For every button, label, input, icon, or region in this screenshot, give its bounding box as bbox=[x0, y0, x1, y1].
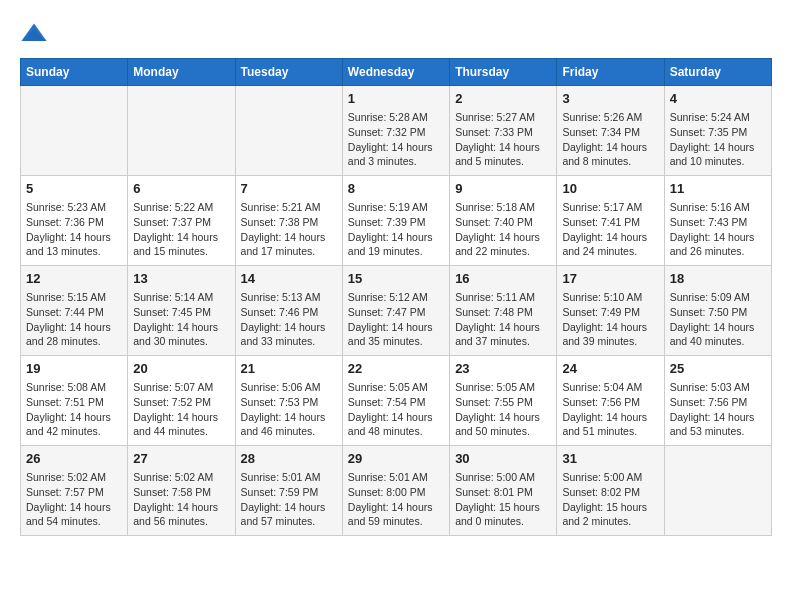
day-number: 28 bbox=[241, 450, 337, 468]
day-info: Sunrise: 5:01 AM Sunset: 8:00 PM Dayligh… bbox=[348, 470, 444, 529]
calendar-cell: 30Sunrise: 5:00 AM Sunset: 8:01 PM Dayli… bbox=[450, 446, 557, 536]
day-number: 6 bbox=[133, 180, 229, 198]
day-number: 24 bbox=[562, 360, 658, 378]
calendar-cell: 7Sunrise: 5:21 AM Sunset: 7:38 PM Daylig… bbox=[235, 176, 342, 266]
calendar-table: SundayMondayTuesdayWednesdayThursdayFrid… bbox=[20, 58, 772, 536]
day-info: Sunrise: 5:08 AM Sunset: 7:51 PM Dayligh… bbox=[26, 380, 122, 439]
day-info: Sunrise: 5:17 AM Sunset: 7:41 PM Dayligh… bbox=[562, 200, 658, 259]
calendar-cell: 25Sunrise: 5:03 AM Sunset: 7:56 PM Dayli… bbox=[664, 356, 771, 446]
calendar-cell bbox=[664, 446, 771, 536]
calendar-cell: 20Sunrise: 5:07 AM Sunset: 7:52 PM Dayli… bbox=[128, 356, 235, 446]
day-number: 14 bbox=[241, 270, 337, 288]
day-info: Sunrise: 5:26 AM Sunset: 7:34 PM Dayligh… bbox=[562, 110, 658, 169]
calendar-cell: 5Sunrise: 5:23 AM Sunset: 7:36 PM Daylig… bbox=[21, 176, 128, 266]
day-info: Sunrise: 5:19 AM Sunset: 7:39 PM Dayligh… bbox=[348, 200, 444, 259]
day-number: 1 bbox=[348, 90, 444, 108]
day-number: 23 bbox=[455, 360, 551, 378]
calendar-week-row: 12Sunrise: 5:15 AM Sunset: 7:44 PM Dayli… bbox=[21, 266, 772, 356]
weekday-header-sunday: Sunday bbox=[21, 59, 128, 86]
weekday-header-wednesday: Wednesday bbox=[342, 59, 449, 86]
calendar-cell: 3Sunrise: 5:26 AM Sunset: 7:34 PM Daylig… bbox=[557, 86, 664, 176]
day-info: Sunrise: 5:03 AM Sunset: 7:56 PM Dayligh… bbox=[670, 380, 766, 439]
calendar-cell: 14Sunrise: 5:13 AM Sunset: 7:46 PM Dayli… bbox=[235, 266, 342, 356]
day-info: Sunrise: 5:12 AM Sunset: 7:47 PM Dayligh… bbox=[348, 290, 444, 349]
day-number: 20 bbox=[133, 360, 229, 378]
weekday-header-thursday: Thursday bbox=[450, 59, 557, 86]
calendar-cell bbox=[235, 86, 342, 176]
day-number: 11 bbox=[670, 180, 766, 198]
calendar-week-row: 26Sunrise: 5:02 AM Sunset: 7:57 PM Dayli… bbox=[21, 446, 772, 536]
day-info: Sunrise: 5:27 AM Sunset: 7:33 PM Dayligh… bbox=[455, 110, 551, 169]
day-number: 12 bbox=[26, 270, 122, 288]
calendar-week-row: 5Sunrise: 5:23 AM Sunset: 7:36 PM Daylig… bbox=[21, 176, 772, 266]
day-info: Sunrise: 5:01 AM Sunset: 7:59 PM Dayligh… bbox=[241, 470, 337, 529]
day-number: 27 bbox=[133, 450, 229, 468]
day-number: 18 bbox=[670, 270, 766, 288]
day-number: 10 bbox=[562, 180, 658, 198]
calendar-cell: 8Sunrise: 5:19 AM Sunset: 7:39 PM Daylig… bbox=[342, 176, 449, 266]
day-info: Sunrise: 5:24 AM Sunset: 7:35 PM Dayligh… bbox=[670, 110, 766, 169]
weekday-header-friday: Friday bbox=[557, 59, 664, 86]
calendar-cell: 29Sunrise: 5:01 AM Sunset: 8:00 PM Dayli… bbox=[342, 446, 449, 536]
day-info: Sunrise: 5:09 AM Sunset: 7:50 PM Dayligh… bbox=[670, 290, 766, 349]
calendar-cell: 1Sunrise: 5:28 AM Sunset: 7:32 PM Daylig… bbox=[342, 86, 449, 176]
day-number: 29 bbox=[348, 450, 444, 468]
weekday-header-row: SundayMondayTuesdayWednesdayThursdayFrid… bbox=[21, 59, 772, 86]
day-info: Sunrise: 5:13 AM Sunset: 7:46 PM Dayligh… bbox=[241, 290, 337, 349]
day-number: 26 bbox=[26, 450, 122, 468]
calendar-cell: 19Sunrise: 5:08 AM Sunset: 7:51 PM Dayli… bbox=[21, 356, 128, 446]
day-number: 7 bbox=[241, 180, 337, 198]
day-number: 5 bbox=[26, 180, 122, 198]
calendar-week-row: 19Sunrise: 5:08 AM Sunset: 7:51 PM Dayli… bbox=[21, 356, 772, 446]
calendar-cell bbox=[21, 86, 128, 176]
day-info: Sunrise: 5:06 AM Sunset: 7:53 PM Dayligh… bbox=[241, 380, 337, 439]
calendar-cell: 16Sunrise: 5:11 AM Sunset: 7:48 PM Dayli… bbox=[450, 266, 557, 356]
day-number: 2 bbox=[455, 90, 551, 108]
day-info: Sunrise: 5:15 AM Sunset: 7:44 PM Dayligh… bbox=[26, 290, 122, 349]
day-number: 16 bbox=[455, 270, 551, 288]
calendar-cell: 6Sunrise: 5:22 AM Sunset: 7:37 PM Daylig… bbox=[128, 176, 235, 266]
calendar-cell: 27Sunrise: 5:02 AM Sunset: 7:58 PM Dayli… bbox=[128, 446, 235, 536]
day-info: Sunrise: 5:11 AM Sunset: 7:48 PM Dayligh… bbox=[455, 290, 551, 349]
calendar-cell: 12Sunrise: 5:15 AM Sunset: 7:44 PM Dayli… bbox=[21, 266, 128, 356]
calendar-cell: 17Sunrise: 5:10 AM Sunset: 7:49 PM Dayli… bbox=[557, 266, 664, 356]
page-header bbox=[20, 20, 772, 48]
calendar-cell: 15Sunrise: 5:12 AM Sunset: 7:47 PM Dayli… bbox=[342, 266, 449, 356]
weekday-header-tuesday: Tuesday bbox=[235, 59, 342, 86]
day-number: 17 bbox=[562, 270, 658, 288]
calendar-cell: 28Sunrise: 5:01 AM Sunset: 7:59 PM Dayli… bbox=[235, 446, 342, 536]
day-info: Sunrise: 5:21 AM Sunset: 7:38 PM Dayligh… bbox=[241, 200, 337, 259]
day-number: 19 bbox=[26, 360, 122, 378]
day-number: 31 bbox=[562, 450, 658, 468]
calendar-cell: 13Sunrise: 5:14 AM Sunset: 7:45 PM Dayli… bbox=[128, 266, 235, 356]
calendar-cell: 24Sunrise: 5:04 AM Sunset: 7:56 PM Dayli… bbox=[557, 356, 664, 446]
day-info: Sunrise: 5:16 AM Sunset: 7:43 PM Dayligh… bbox=[670, 200, 766, 259]
day-info: Sunrise: 5:22 AM Sunset: 7:37 PM Dayligh… bbox=[133, 200, 229, 259]
day-info: Sunrise: 5:28 AM Sunset: 7:32 PM Dayligh… bbox=[348, 110, 444, 169]
calendar-cell: 10Sunrise: 5:17 AM Sunset: 7:41 PM Dayli… bbox=[557, 176, 664, 266]
calendar-cell: 26Sunrise: 5:02 AM Sunset: 7:57 PM Dayli… bbox=[21, 446, 128, 536]
logo-icon bbox=[20, 20, 48, 48]
calendar-cell bbox=[128, 86, 235, 176]
day-number: 22 bbox=[348, 360, 444, 378]
day-number: 9 bbox=[455, 180, 551, 198]
logo bbox=[20, 20, 52, 48]
calendar-cell: 11Sunrise: 5:16 AM Sunset: 7:43 PM Dayli… bbox=[664, 176, 771, 266]
calendar-cell: 31Sunrise: 5:00 AM Sunset: 8:02 PM Dayli… bbox=[557, 446, 664, 536]
day-info: Sunrise: 5:23 AM Sunset: 7:36 PM Dayligh… bbox=[26, 200, 122, 259]
day-info: Sunrise: 5:14 AM Sunset: 7:45 PM Dayligh… bbox=[133, 290, 229, 349]
day-info: Sunrise: 5:04 AM Sunset: 7:56 PM Dayligh… bbox=[562, 380, 658, 439]
calendar-cell: 18Sunrise: 5:09 AM Sunset: 7:50 PM Dayli… bbox=[664, 266, 771, 356]
day-number: 8 bbox=[348, 180, 444, 198]
day-number: 21 bbox=[241, 360, 337, 378]
day-number: 13 bbox=[133, 270, 229, 288]
day-info: Sunrise: 5:18 AM Sunset: 7:40 PM Dayligh… bbox=[455, 200, 551, 259]
calendar-cell: 4Sunrise: 5:24 AM Sunset: 7:35 PM Daylig… bbox=[664, 86, 771, 176]
weekday-header-saturday: Saturday bbox=[664, 59, 771, 86]
day-info: Sunrise: 5:05 AM Sunset: 7:55 PM Dayligh… bbox=[455, 380, 551, 439]
calendar-cell: 2Sunrise: 5:27 AM Sunset: 7:33 PM Daylig… bbox=[450, 86, 557, 176]
weekday-header-monday: Monday bbox=[128, 59, 235, 86]
calendar-cell: 23Sunrise: 5:05 AM Sunset: 7:55 PM Dayli… bbox=[450, 356, 557, 446]
day-info: Sunrise: 5:02 AM Sunset: 7:57 PM Dayligh… bbox=[26, 470, 122, 529]
day-info: Sunrise: 5:10 AM Sunset: 7:49 PM Dayligh… bbox=[562, 290, 658, 349]
